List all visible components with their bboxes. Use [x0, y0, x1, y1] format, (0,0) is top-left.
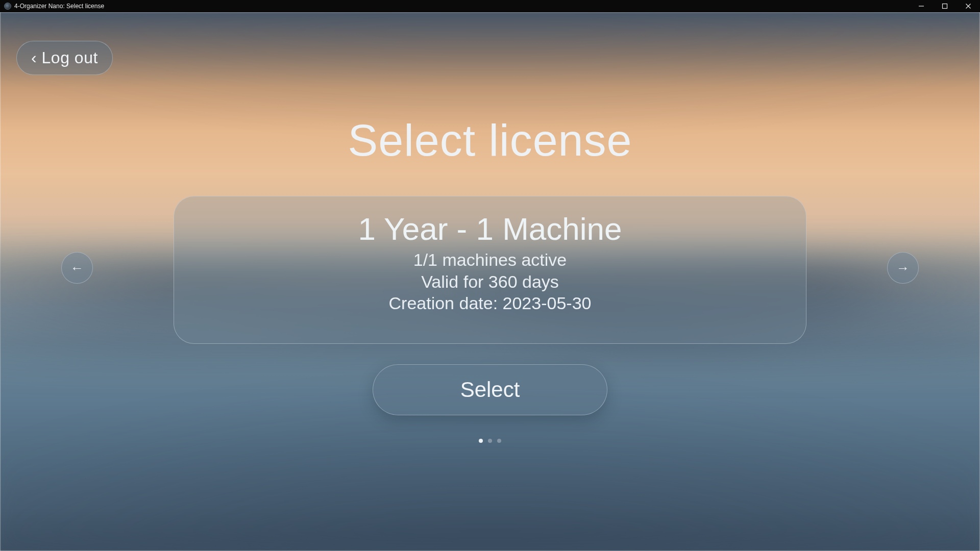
license-card: 1 Year - 1 Machine 1/1 machines active V… — [174, 196, 806, 344]
arrow-right-icon: → — [896, 260, 910, 276]
pager-dots — [479, 439, 501, 443]
select-button[interactable]: Select — [373, 364, 607, 415]
license-plan-name: 1 Year - 1 Machine — [174, 211, 806, 247]
pager-dot-2[interactable] — [488, 439, 492, 443]
next-license-button[interactable]: → — [887, 252, 919, 284]
logout-label: ‹ Log out — [31, 48, 98, 67]
page-title: Select license — [0, 114, 980, 166]
maximize-button[interactable] — [933, 0, 957, 12]
minimize-button[interactable] — [910, 0, 933, 12]
pager-dot-1[interactable] — [479, 439, 483, 443]
client-area: ‹ Log out Select license ← → 1 Year - 1 … — [0, 12, 980, 551]
window-titlebar: 4-Organizer Nano: Select license — [0, 0, 980, 12]
license-machines-line: 1/1 machines active — [174, 249, 806, 271]
logout-button[interactable]: ‹ Log out — [16, 41, 113, 75]
app-icon — [4, 3, 11, 10]
select-label: Select — [460, 378, 520, 402]
pager-dot-3[interactable] — [497, 439, 501, 443]
maximize-icon — [942, 3, 948, 9]
svg-rect-1 — [943, 4, 947, 9]
close-icon — [965, 3, 971, 9]
prev-license-button[interactable]: ← — [61, 252, 93, 284]
window-title: 4-Organizer Nano: Select license — [14, 3, 104, 10]
license-creation-line: Creation date: 2023-05-30 — [174, 292, 806, 314]
minimize-icon — [918, 3, 924, 9]
close-button[interactable] — [957, 0, 980, 12]
arrow-left-icon: ← — [70, 260, 84, 276]
license-validity-line: Valid for 360 days — [174, 271, 806, 293]
content: ‹ Log out Select license ← → 1 Year - 1 … — [0, 12, 980, 551]
